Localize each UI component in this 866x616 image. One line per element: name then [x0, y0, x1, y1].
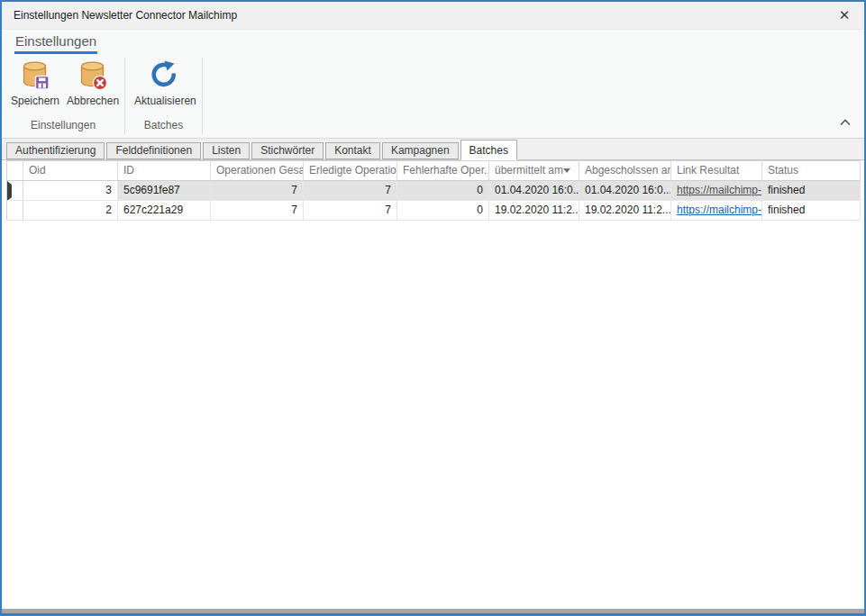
refresh-button[interactable]: Aktualisieren [131, 57, 200, 116]
window-bottom-edge [2, 609, 864, 613]
save-button-label: Speichern [11, 95, 59, 107]
tab-kontakt[interactable]: Kontakt [325, 142, 380, 159]
tab-kampagnen[interactable]: Kampagnen [382, 142, 459, 159]
database-cancel-icon [77, 59, 108, 92]
cell-operationen-gesamt[interactable]: 7 [211, 201, 304, 221]
cell-link-resultat: https://mailchimp-... [671, 201, 762, 221]
ribbon-group-einstellungen: Speichern Abbrechen Einstellungen [2, 54, 124, 138]
column-header-link-resultat[interactable]: Link Resultat [671, 161, 762, 181]
cell-oid[interactable]: 3 [23, 181, 118, 201]
collapse-ribbon-chevron-up-icon[interactable] [839, 118, 852, 127]
row-indicator-cell[interactable] [7, 201, 23, 221]
column-header-erledigte-operationen[interactable]: Erledigte Operatio... [304, 161, 397, 181]
cell-abgeschlossen-am[interactable]: 19.02.2020 11:2... [579, 201, 671, 221]
ribbon-group-batches: Aktualisieren Batches [125, 54, 202, 138]
titlebar: Einstellungen Newsletter Connector Mailc… [2, 2, 864, 30]
tab-stichwoerter[interactable]: Stichwörter [251, 142, 324, 159]
ribbon-tab-einstellungen[interactable]: Einstellungen [14, 34, 97, 54]
cell-uebermittelt-am[interactable]: 01.04.2020 16:0... [489, 181, 579, 201]
cell-id[interactable]: 627c221a29 [118, 201, 211, 221]
tab-listen[interactable]: Listen [203, 142, 250, 159]
cell-oid[interactable]: 2 [23, 201, 118, 221]
grid-header-indicator [7, 161, 23, 181]
cancel-button-label: Abbrechen [67, 95, 119, 107]
tab-strip: Authentifizierung Felddefinitionen Liste… [2, 139, 864, 160]
grid-row-2[interactable]: 2 627c221a29 7 7 0 19.02.2020 11:2... 19… [7, 201, 861, 221]
settings-dialog-window: Einstellungen Newsletter Connector Mailc… [0, 0, 866, 616]
refresh-circular-arrow-icon [150, 59, 180, 92]
row-indicator-cell[interactable] [7, 181, 23, 201]
cancel-button[interactable]: Abbrechen [63, 57, 123, 116]
tab-felddefinitionen[interactable]: Felddefinitionen [106, 142, 201, 159]
cell-erledigte-operationen[interactable]: 7 [304, 201, 397, 221]
result-link[interactable]: https://mailchimp-... [677, 184, 762, 196]
grid-header-row: Oid ID Operationen Gesa... Erledigte Ope… [7, 161, 861, 181]
window-title: Einstellungen Newsletter Connector Mailc… [14, 9, 237, 22]
save-button[interactable]: Speichern [7, 57, 63, 116]
batches-grid: Oid ID Operationen Gesa... Erledigte Ope… [6, 160, 860, 221]
column-header-operationen-gesamt[interactable]: Operationen Gesa... [211, 161, 304, 181]
close-icon[interactable]: ✕ [834, 5, 855, 26]
column-header-status[interactable]: Status [762, 161, 861, 181]
empty-grid-area [2, 221, 864, 609]
ribbon-body: Speichern Abbrechen Einstellungen [2, 54, 864, 138]
database-save-icon [20, 59, 50, 92]
ribbon: Einstellungen Speichern [2, 30, 864, 139]
column-header-fehlerhafte-operationen[interactable]: Fehlerhafte Oper... [397, 161, 489, 181]
sort-descending-icon [563, 168, 570, 173]
ribbon-group-label-einstellungen: Einstellungen [2, 116, 124, 138]
column-header-id[interactable]: ID [118, 161, 211, 181]
cell-operationen-gesamt[interactable]: 7 [211, 181, 304, 201]
cell-fehlerhafte-operationen[interactable]: 0 [397, 201, 489, 221]
cell-status[interactable]: finished [762, 181, 861, 201]
ribbon-group-separator [202, 58, 203, 134]
cell-uebermittelt-am[interactable]: 19.02.2020 11:2... [489, 201, 579, 221]
column-header-oid[interactable]: Oid [23, 161, 118, 181]
grid-row-1[interactable]: 3 5c9691fe87 7 7 0 01.04.2020 16:0... 01… [7, 181, 861, 201]
ribbon-group-label-batches: Batches [125, 116, 202, 138]
column-header-uebermittelt-am[interactable]: übermittelt am [489, 161, 579, 181]
cell-abgeschlossen-am[interactable]: 01.04.2020 16:0... [579, 181, 671, 201]
result-link[interactable]: https://mailchimp-... [677, 204, 762, 216]
cell-erledigte-operationen[interactable]: 7 [304, 181, 397, 201]
cell-status[interactable]: finished [762, 201, 861, 221]
tab-authentifizierung[interactable]: Authentifizierung [6, 142, 105, 159]
tab-batches[interactable]: Batches [460, 140, 517, 160]
row-indicator-triangle-right-icon [7, 181, 12, 201]
column-header-abgeschlossen-am[interactable]: Abgescholssen am [579, 161, 671, 181]
column-header-uebermittelt-am-label: übermittelt am [495, 164, 563, 177]
ribbon-tab-row: Einstellungen [2, 30, 864, 54]
cell-fehlerhafte-operationen[interactable]: 0 [397, 181, 489, 201]
cell-id[interactable]: 5c9691fe87 [118, 181, 211, 201]
cell-link-resultat: https://mailchimp-... [671, 181, 762, 201]
refresh-button-label: Aktualisieren [134, 95, 196, 107]
